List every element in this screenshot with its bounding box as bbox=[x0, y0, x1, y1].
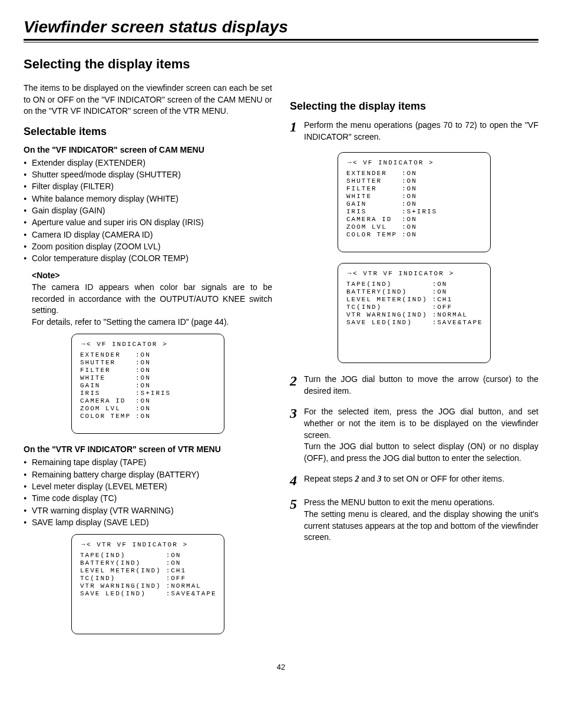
list-item: Filter display (FILTER) bbox=[24, 180, 272, 192]
step-number: 3 bbox=[290, 406, 300, 464]
table-row: BATTERY(IND):ON bbox=[346, 288, 483, 296]
table-row: EXTENDER:ON bbox=[80, 351, 171, 359]
table-row: LEVEL METER(IND):CH1 bbox=[346, 296, 483, 304]
right-sub-heading: Selecting the display items bbox=[290, 100, 538, 113]
table-row: SHUTTER:ON bbox=[80, 359, 171, 367]
list-item: White balance memory display (WHITE) bbox=[24, 193, 272, 205]
list-item: Remaining battery charge display (BATTER… bbox=[24, 469, 272, 480]
right-column: Selecting the display items 1 Perform th… bbox=[290, 83, 538, 645]
menu-title: →< VF INDICATOR > bbox=[346, 159, 482, 166]
step-2: 2 Turn the JOG dial button to move the a… bbox=[290, 374, 538, 397]
content-columns: The items to be displayed on the viewfin… bbox=[24, 83, 538, 645]
step-3: 3 For the selected item, press the JOG d… bbox=[290, 406, 538, 464]
step-body: Repeat steps 2 and 3 to set ON or OFF fo… bbox=[304, 473, 538, 487]
page-number: 42 bbox=[24, 663, 538, 671]
list-item: Color temperature display (COLOR TEMP) bbox=[24, 252, 272, 264]
left-column: The items to be displayed on the viewfin… bbox=[24, 83, 272, 645]
selectable-items-heading: Selectable items bbox=[24, 126, 272, 138]
table-row: FILTER:ON bbox=[80, 367, 171, 374]
table-row: LEVEL METER(IND):CH1 bbox=[80, 567, 217, 575]
page-title: Viewfinder screen status displays bbox=[24, 18, 538, 37]
menu-table: EXTENDER:ON SHUTTER:ON FILTER:ON WHITE:O… bbox=[80, 351, 171, 420]
step-body: Press the MENU button to exit the menu o… bbox=[304, 497, 538, 543]
table-row: WHITE:ON bbox=[80, 374, 171, 382]
table-row: WHITE:ON bbox=[346, 193, 437, 200]
list-item: Time code display (TC) bbox=[24, 492, 272, 504]
note-block: <Note> The camera ID appears when color … bbox=[32, 270, 272, 328]
table-row: COLOR TEMP:ON bbox=[80, 413, 171, 420]
list-item: SAVE lamp display (SAVE LED) bbox=[24, 516, 272, 528]
table-row: GAIN:ON bbox=[346, 200, 437, 208]
list-item: Shutter speed/mode display (SHUTTER) bbox=[24, 169, 272, 180]
menu-table: TAPE(IND):ON BATTERY(IND):ON LEVEL METER… bbox=[346, 281, 483, 327]
table-row: GAIN:ON bbox=[80, 382, 171, 390]
table-row: IRIS:S+IRIS bbox=[80, 390, 171, 397]
intro-paragraph: The items to be displayed on the viewfin… bbox=[24, 83, 272, 117]
step-number: 4 bbox=[290, 473, 300, 487]
table-row: SHUTTER:ON bbox=[346, 177, 437, 185]
arrow-icon: → bbox=[80, 541, 87, 548]
note-body: The camera ID appears when color bar sig… bbox=[32, 282, 272, 317]
cam-bullet-list: Extender display (EXTENDER) Shutter spee… bbox=[24, 157, 272, 265]
vtr-menu-heading: On the "VTR VF INDICATOR" screen of VTR … bbox=[24, 444, 272, 454]
divider-thin bbox=[24, 42, 538, 42]
note-title: <Note> bbox=[32, 270, 272, 282]
menu-table: TAPE(IND):ON BATTERY(IND):ON LEVEL METER… bbox=[80, 552, 217, 598]
step-1: 1 Perform the menu operations (pages 70 … bbox=[290, 120, 538, 143]
vf-indicator-menu-box: →< VF INDICATOR > EXTENDER:ON SHUTTER:ON… bbox=[71, 334, 224, 434]
menu-table: EXTENDER:ON SHUTTER:ON FILTER:ON WHITE:O… bbox=[346, 170, 437, 239]
table-row: VTR WARNING(IND):NORMAL bbox=[80, 582, 217, 590]
step-5: 5 Press the MENU button to exit the menu… bbox=[290, 497, 538, 543]
step-body: Perform the menu operations (pages 70 to… bbox=[304, 120, 538, 143]
divider-thick bbox=[24, 39, 538, 41]
menu-title: →< VF INDICATOR > bbox=[80, 340, 216, 348]
note-body: For details, refer to "Setting the camer… bbox=[32, 317, 272, 328]
table-row: FILTER:ON bbox=[346, 185, 437, 193]
arrow-icon: → bbox=[80, 340, 87, 347]
table-row: TAPE(IND):ON bbox=[80, 552, 217, 559]
step-body: For the selected item, press the JOG dia… bbox=[304, 406, 538, 464]
table-row: VTR WARNING(IND):NORMAL bbox=[346, 311, 483, 319]
vf-indicator-menu-box-right: →< VF INDICATOR > EXTENDER:ON SHUTTER:ON… bbox=[338, 152, 491, 252]
step-number: 2 bbox=[290, 374, 300, 397]
steps-list: 1 Perform the menu operations (pages 70 … bbox=[290, 120, 538, 543]
table-row: CAMERA ID:ON bbox=[80, 397, 171, 405]
table-row: TAPE(IND):ON bbox=[346, 281, 483, 288]
list-item: Level meter display (LEVEL METER) bbox=[24, 480, 272, 492]
list-item: Gain display (GAIN) bbox=[24, 205, 272, 216]
list-item: Aperture value and super iris ON display… bbox=[24, 216, 272, 228]
vtr-bullet-list: Remaining tape display (TAPE) Remaining … bbox=[24, 456, 272, 528]
list-item: Zoom position display (ZOOM LVL) bbox=[24, 241, 272, 252]
step-4: 4 Repeat steps 2 and 3 to set ON or OFF … bbox=[290, 473, 538, 487]
table-row: SAVE LED(IND):SAVE&TAPE bbox=[346, 319, 483, 327]
table-row: BATTERY(IND):ON bbox=[80, 559, 217, 567]
main-heading: Selecting the display items bbox=[24, 57, 538, 72]
list-item: Extender display (EXTENDER) bbox=[24, 157, 272, 169]
table-row: TC(IND):OFF bbox=[80, 575, 217, 582]
arrow-icon: → bbox=[346, 269, 353, 276]
list-item: VTR warning display (VTR WARNING) bbox=[24, 505, 272, 516]
table-row: TC(IND):OFF bbox=[346, 304, 483, 311]
table-row: EXTENDER:ON bbox=[346, 170, 437, 177]
step-body: Turn the JOG dial button to move the arr… bbox=[304, 374, 538, 397]
step-number: 1 bbox=[290, 120, 300, 143]
table-row: CAMERA ID:ON bbox=[346, 216, 437, 223]
vtr-vf-indicator-menu-box: →< VTR VF INDICATOR > TAPE(IND):ON BATTE… bbox=[71, 534, 224, 634]
vtr-vf-indicator-menu-box-right: →< VTR VF INDICATOR > TAPE(IND):ON BATTE… bbox=[338, 263, 491, 363]
list-item: Remaining tape display (TAPE) bbox=[24, 456, 272, 468]
menu-title: →< VTR VF INDICATOR > bbox=[80, 541, 216, 548]
menu-title: →< VTR VF INDICATOR > bbox=[346, 269, 482, 277]
table-row: IRIS:S+IRIS bbox=[346, 208, 437, 216]
cam-menu-heading: On the "VF INDICATOR" screen of CAM MENU bbox=[24, 145, 272, 154]
arrow-icon: → bbox=[346, 159, 353, 166]
table-row: COLOR TEMP:ON bbox=[346, 231, 437, 239]
table-row: ZOOM LVL:ON bbox=[346, 223, 437, 231]
table-row: SAVE LED(IND):SAVE&TAPE bbox=[80, 590, 217, 598]
table-row: ZOOM LVL:ON bbox=[80, 405, 171, 413]
list-item: Camera ID display (CAMERA ID) bbox=[24, 229, 272, 241]
step-number: 5 bbox=[290, 497, 300, 543]
